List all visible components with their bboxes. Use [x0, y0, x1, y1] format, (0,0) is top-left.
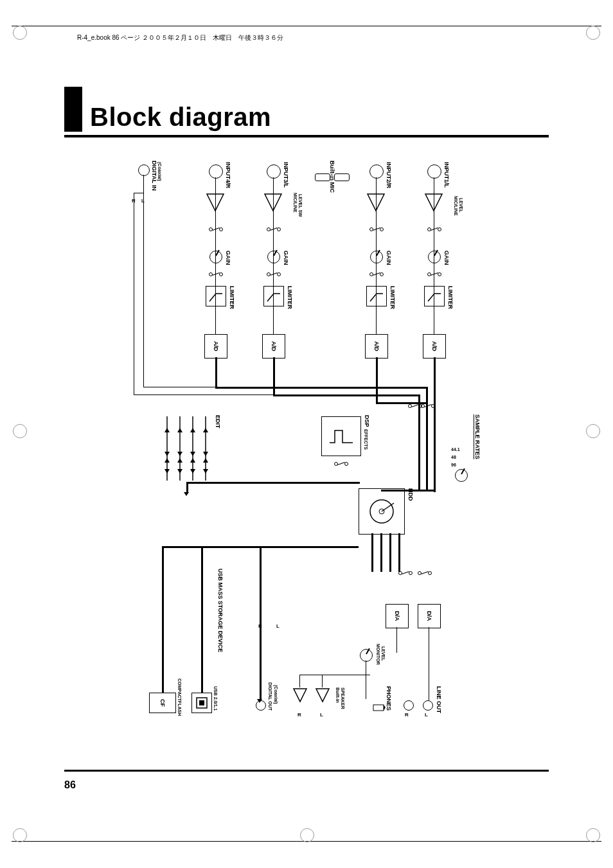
crop-mark-top [12, 26, 601, 27]
label-limiter: LIMITER [389, 286, 396, 309]
wire [143, 175, 144, 387]
svg-marker-28 [384, 705, 386, 711]
label-spk: Built-in [335, 687, 340, 703]
mic-l [315, 173, 330, 181]
jack-input4 [209, 164, 223, 179]
da-1: D/A [418, 604, 441, 628]
label-input1: INPUT1/L [443, 162, 450, 188]
wire [215, 357, 217, 387]
label-limiter: LIMITER [287, 286, 293, 309]
phones-jack-icon [373, 703, 386, 713]
wire [134, 193, 143, 193]
ad-3: A/D [262, 334, 285, 359]
wire [162, 546, 164, 693]
jack-lineout-r [404, 700, 414, 711]
jack-input1 [427, 164, 441, 179]
svg-marker-10 [177, 428, 182, 432]
svg-marker-30 [294, 689, 306, 702]
label-micline2: MIC/LINE [293, 193, 298, 213]
label-limiter: LIMITER [447, 286, 454, 309]
svg-marker-19 [177, 469, 182, 474]
speaker-r [292, 687, 308, 705]
label-digital-out: DIGITAL OUT [268, 682, 272, 711]
da-2: D/A [386, 604, 409, 628]
wire [371, 533, 373, 572]
registration-mark [586, 26, 600, 40]
title-accent [64, 87, 82, 132]
title-rule [64, 135, 549, 137]
wire [260, 546, 262, 700]
registration-mark [13, 26, 27, 40]
switch [270, 228, 278, 231]
label-micline1b: LEVEL [459, 198, 463, 213]
label-gain: GAIN [225, 251, 231, 265]
wire [418, 394, 420, 490]
svg-marker-22 [203, 458, 208, 463]
svg-marker-17 [164, 469, 170, 474]
wire [134, 193, 134, 394]
section-title: Block diagram [64, 87, 271, 132]
lbl-L: L [320, 712, 323, 718]
switch [212, 228, 220, 231]
label-limiter: LIMITER [229, 286, 235, 309]
svg-rect-32 [199, 700, 204, 705]
wire [380, 533, 382, 572]
label-digital-in-sub: (Coaxial) [157, 162, 162, 181]
gain-knob-2 [370, 251, 383, 263]
label-sample-rates: SAMPLE RATES [474, 414, 481, 459]
label-usb: USB 2.0/1.1 [213, 686, 218, 711]
wire [201, 546, 203, 693]
sr-48: 48 [451, 455, 456, 459]
ad-1: A/D [423, 334, 446, 359]
monitor-level-knob [360, 649, 373, 662]
svg-marker-18 [177, 458, 182, 463]
wire [215, 177, 216, 334]
label-builtin-mic: Built-in MIC [329, 161, 335, 193]
svg-marker-9 [164, 452, 170, 456]
switch [337, 463, 345, 465]
svg-marker-21 [190, 469, 195, 474]
arrow [184, 492, 189, 496]
svg-marker-15 [203, 452, 208, 456]
wire [381, 490, 435, 492]
svg-marker-12 [190, 428, 195, 432]
wire [396, 627, 397, 653]
page-title: Block diagram [90, 103, 271, 132]
label-monitor-b: LEVEL [381, 646, 386, 661]
label-monitor: MONITOR [376, 644, 380, 665]
jack-digital-in [138, 164, 150, 176]
label-input2: INPUT2/R [386, 162, 392, 188]
registration-mark [300, 828, 314, 842]
svg-marker-8 [164, 428, 170, 432]
svg-marker-20 [190, 458, 195, 463]
limiter-3 [263, 286, 284, 306]
wire [366, 660, 366, 699]
switch [431, 228, 438, 231]
wire [299, 675, 370, 675]
limiter-4 [206, 286, 226, 306]
wire [322, 675, 323, 687]
wire [273, 177, 274, 334]
ad-4: A/D [204, 334, 227, 359]
label-line-out: LINE OUT [436, 686, 442, 713]
switch [270, 273, 278, 276]
label-digital-out-sub: (Coaxial) [274, 685, 278, 704]
svg-marker-23 [203, 469, 208, 474]
usb-port [191, 693, 212, 713]
block-diagram: INPUT1/L INPUT2/R INPUT3/L INPUT4/R Buil… [116, 161, 501, 752]
gain-knob-1 [428, 251, 441, 263]
registration-mark [586, 828, 600, 842]
cf-card: CF [149, 693, 176, 713]
jack-input3 [267, 164, 281, 179]
wire [186, 482, 360, 484]
switch [373, 273, 380, 276]
dsp-effects [321, 416, 361, 456]
ad-2: A/D [365, 334, 388, 359]
sample-rate-knob [455, 469, 468, 482]
wire [143, 387, 420, 387]
wire [429, 627, 429, 700]
switch [424, 405, 432, 407]
label-gain: GAIN [386, 251, 392, 265]
wire [299, 675, 300, 687]
registration-mark [13, 424, 27, 438]
